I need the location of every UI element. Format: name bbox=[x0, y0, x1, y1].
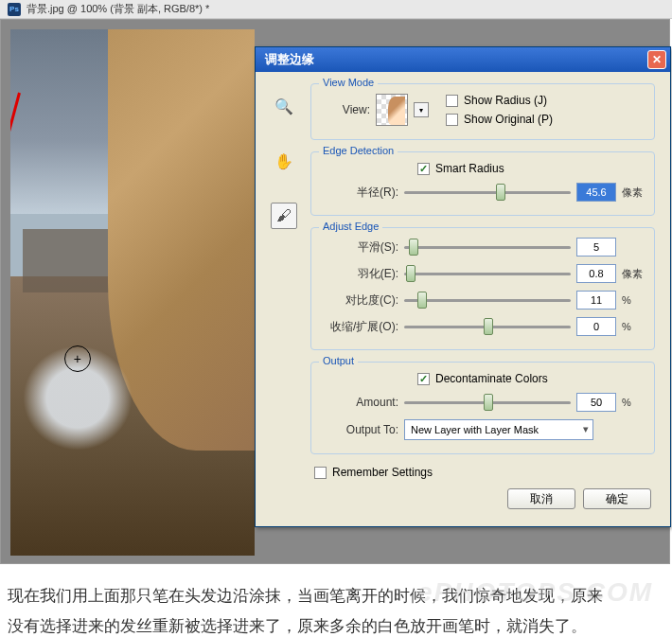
view-mode-legend: View Mode bbox=[319, 77, 378, 88]
smooth-slider[interactable] bbox=[404, 238, 571, 257]
caption-text: 现在我们用上面那只笔在头发边沿涂抹，当画笔离开的时候，我们惊奇地发现，原来 没有… bbox=[0, 564, 672, 637]
ok-button[interactable]: 确定 bbox=[583, 488, 651, 509]
adjust-edge-group: Adjust Edge 平滑(S): 羽化(E): 像素 bbox=[310, 227, 655, 350]
watermark: ePHOTOPS.COM bbox=[417, 567, 653, 617]
dialog-title-text: 调整边缘 bbox=[265, 51, 314, 68]
brush-cursor: + bbox=[64, 345, 91, 372]
radius-slider[interactable] bbox=[404, 183, 571, 202]
feather-unit: 像素 bbox=[622, 267, 643, 281]
photo-canvas[interactable]: + bbox=[10, 29, 255, 556]
shift-slider[interactable] bbox=[404, 317, 571, 336]
view-thumbnail[interactable] bbox=[376, 94, 408, 126]
show-original-label: Show Original (P) bbox=[464, 113, 553, 126]
close-button[interactable]: ✕ bbox=[647, 50, 666, 69]
window-title: 背景.jpg @ 100% (背景 副本, RGB/8*) * bbox=[27, 2, 209, 16]
edge-detection-legend: Edge Detection bbox=[319, 145, 398, 156]
output-to-label: Output To: bbox=[323, 423, 398, 436]
decontaminate-label: Decontaminate Colors bbox=[435, 372, 548, 385]
contrast-label: 对比度(C): bbox=[323, 292, 398, 309]
photoshop-icon: Ps bbox=[8, 3, 21, 16]
show-radius-checkbox[interactable] bbox=[446, 95, 458, 107]
feather-label: 羽化(E): bbox=[323, 266, 398, 282]
contrast-input[interactable] bbox=[576, 291, 616, 310]
canvas-area: + 调整边缘 ✕ 🔍 ✋ 🖌 View Mode View: bbox=[0, 19, 670, 564]
remember-label: Remember Settings bbox=[332, 466, 433, 479]
show-radius-label: Show Radius (J) bbox=[464, 94, 547, 107]
dialog-titlebar[interactable]: 调整边缘 ✕ bbox=[256, 47, 670, 72]
feather-input[interactable] bbox=[576, 264, 616, 283]
smart-radius-label: Smart Radius bbox=[435, 162, 504, 175]
smart-radius-checkbox[interactable]: ✓ bbox=[417, 163, 430, 175]
view-dropdown-arrow[interactable]: ▾ bbox=[414, 102, 429, 117]
smooth-input[interactable] bbox=[576, 238, 616, 257]
adjust-edge-legend: Adjust Edge bbox=[319, 221, 382, 232]
brush-tool-icon[interactable]: 🖌 bbox=[271, 203, 297, 229]
shift-label: 收缩/扩展(O): bbox=[323, 319, 398, 335]
amount-label: Amount: bbox=[323, 396, 398, 409]
decontaminate-checkbox[interactable]: ✓ bbox=[417, 373, 430, 385]
radius-input[interactable] bbox=[576, 183, 616, 202]
cancel-button[interactable]: 取消 bbox=[507, 488, 575, 509]
amount-unit: % bbox=[622, 397, 643, 408]
output-to-select[interactable]: New Layer with Layer Mask bbox=[404, 419, 593, 440]
edge-detection-group: Edge Detection ✓ Smart Radius 半径(R): 像素 bbox=[310, 151, 655, 216]
radius-unit: 像素 bbox=[622, 186, 643, 200]
radius-label: 半径(R): bbox=[323, 185, 398, 201]
hand-tool-icon[interactable]: ✋ bbox=[271, 148, 297, 174]
feather-slider[interactable] bbox=[404, 264, 571, 283]
remember-checkbox[interactable] bbox=[314, 467, 327, 479]
contrast-slider[interactable] bbox=[404, 291, 571, 310]
view-mode-group: View Mode View: ▾ Show Radius (J) bbox=[310, 83, 655, 140]
output-legend: Output bbox=[319, 355, 358, 366]
output-group: Output ✓ Decontaminate Colors Amount: % bbox=[310, 362, 655, 454]
contrast-unit: % bbox=[622, 294, 643, 306]
smooth-label: 平滑(S): bbox=[323, 239, 398, 256]
window-titlebar: Ps 背景.jpg @ 100% (背景 副本, RGB/8*) * bbox=[0, 0, 672, 19]
view-label: View: bbox=[323, 103, 370, 116]
amount-slider[interactable] bbox=[404, 393, 571, 412]
shift-unit: % bbox=[622, 321, 643, 332]
amount-input[interactable] bbox=[576, 393, 616, 412]
show-original-checkbox[interactable] bbox=[446, 114, 458, 126]
refine-edge-dialog: 调整边缘 ✕ 🔍 ✋ 🖌 View Mode View: ▾ bbox=[255, 46, 671, 527]
zoom-tool-icon[interactable]: 🔍 bbox=[271, 93, 297, 119]
shift-input[interactable] bbox=[576, 317, 616, 336]
